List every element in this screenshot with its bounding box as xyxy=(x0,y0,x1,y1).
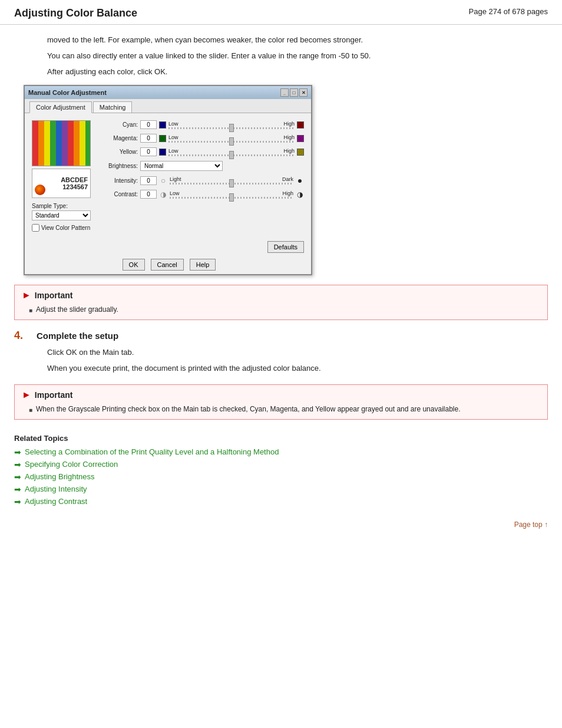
contrast-value-input[interactable] xyxy=(140,190,157,199)
step-4-para2: When you execute print, the document is … xyxy=(47,363,548,375)
view-pattern-label: View Color Pattern xyxy=(41,225,90,231)
link-arrow-1: ➡ xyxy=(14,460,21,469)
dialog-title: Manual Color Adjustment xyxy=(28,89,107,96)
related-link-4[interactable]: ➡ Adjusting Contrast xyxy=(14,497,548,506)
cyan-low-label: Low xyxy=(168,121,178,127)
defaults-row: Defaults xyxy=(25,239,311,255)
dialog-left-panel: ABCDEF 1234567 Sample Type: Standard xyxy=(32,120,97,232)
intensity-track xyxy=(170,183,293,185)
content-area: moved to the left. For example, when cya… xyxy=(0,25,562,543)
intensity-value-input[interactable] xyxy=(140,176,157,185)
related-link-text-1[interactable]: Specifying Color Correction xyxy=(25,460,118,469)
titlebar-buttons: _ □ ✕ xyxy=(280,88,308,97)
link-arrow-4: ➡ xyxy=(14,497,21,506)
step-4-row: 4. Complete the setup xyxy=(14,330,548,342)
important-header-1: ► Important xyxy=(22,290,540,301)
contrast-slider-track-wrap: Low High xyxy=(170,190,293,199)
contrast-low-icon: ◑ xyxy=(159,190,167,199)
page-top-link[interactable]: Page top ↑ xyxy=(14,521,548,529)
yellow-high-color xyxy=(297,149,304,156)
contrast-label: Contrast: xyxy=(104,191,138,197)
related-link-3[interactable]: ➡ Adjusting Intensity xyxy=(14,485,548,494)
dialog-screenshot: Manual Color Adjustment _ □ ✕ Color Adju… xyxy=(24,85,548,275)
important-title-1: Important xyxy=(35,291,73,300)
view-pattern-checkbox[interactable] xyxy=(32,224,39,232)
intensity-thumb[interactable] xyxy=(229,179,234,187)
yellow-high-label: High xyxy=(283,148,295,154)
important-header-2: ► Important xyxy=(22,390,540,400)
dialog-window: Manual Color Adjustment _ □ ✕ Color Adju… xyxy=(24,85,312,275)
cyan-thumb[interactable] xyxy=(229,124,234,132)
yellow-low-color xyxy=(159,149,166,156)
yellow-label: Yellow: xyxy=(104,149,138,155)
view-color-pattern[interactable]: View Color Pattern xyxy=(32,224,97,232)
important-arrow-2: ► xyxy=(22,390,31,400)
page-header: Adjusting Color Balance Page 274 of 678 … xyxy=(0,0,562,25)
important-box-2: ► Important ■ When the Grayscale Printin… xyxy=(14,384,548,420)
brightness-label: Brightness: xyxy=(104,163,138,169)
contrast-thumb[interactable] xyxy=(229,193,234,202)
related-link-2[interactable]: ➡ Adjusting Brightness xyxy=(14,472,548,482)
intensity-row: Intensity: ○ Light Dark xyxy=(104,176,304,185)
help-button[interactable]: Help xyxy=(190,259,216,271)
step-4-para1: Click OK on the Main tab. xyxy=(47,347,548,359)
contrast-high-label: High xyxy=(282,190,293,196)
intensity-dark-label: Dark xyxy=(282,176,293,182)
magenta-label: Magenta: xyxy=(104,135,138,141)
cyan-value-input[interactable] xyxy=(140,120,157,129)
intensity-light-label: Light xyxy=(170,176,181,182)
magenta-low-color xyxy=(159,135,166,142)
cyan-slider-container: Low High xyxy=(159,121,304,129)
magenta-slider-container: Low High xyxy=(159,134,304,143)
tab-matching[interactable]: Matching xyxy=(93,101,133,113)
related-link-text-4[interactable]: Adjusting Contrast xyxy=(25,497,87,506)
brightness-select[interactable]: Normal xyxy=(140,161,223,171)
minimize-button[interactable]: _ xyxy=(280,88,289,97)
svg-rect-7 xyxy=(74,121,80,166)
brightness-row: Brightness: Normal xyxy=(104,161,304,171)
contrast-low-label: Low xyxy=(170,190,180,196)
yellow-thumb[interactable] xyxy=(229,151,234,159)
svg-rect-5 xyxy=(62,121,68,166)
magenta-value-input[interactable] xyxy=(140,134,157,143)
related-topics-title: Related Topics xyxy=(14,434,548,443)
intensity-high-icon: ● xyxy=(296,176,304,185)
important-item-2: ■ When the Grayscale Printing check box … xyxy=(29,404,540,414)
body-para3: After adjusting each color, click OK. xyxy=(47,66,548,78)
dialog-titlebar: Manual Color Adjustment _ □ ✕ xyxy=(25,86,311,99)
link-arrow-3: ➡ xyxy=(14,485,21,494)
maximize-button[interactable]: □ xyxy=(290,88,298,97)
svg-rect-3 xyxy=(50,121,56,166)
svg-rect-1 xyxy=(38,121,44,166)
magenta-track xyxy=(168,141,295,143)
related-link-1[interactable]: ➡ Specifying Color Correction xyxy=(14,460,548,469)
intensity-slider-track-wrap: Light Dark xyxy=(170,176,293,185)
ok-button[interactable]: OK xyxy=(123,259,145,271)
svg-rect-4 xyxy=(56,121,62,166)
related-link-text-0[interactable]: Selecting a Combination of the Print Qua… xyxy=(25,447,279,456)
cyan-slider-track-wrap: Low High xyxy=(168,121,295,129)
cyan-high-color xyxy=(297,121,304,129)
close-button[interactable]: ✕ xyxy=(299,88,308,97)
related-link-0[interactable]: ➡ Selecting a Combination of the Print Q… xyxy=(14,447,548,457)
important-item-1: ■ Adjust the slider gradually. xyxy=(29,304,540,315)
dialog-action-buttons: OK Cancel Help xyxy=(25,255,311,274)
cancel-button[interactable]: Cancel xyxy=(151,259,184,271)
yellow-track xyxy=(168,154,295,156)
tab-color-adjustment[interactable]: Color Adjustment xyxy=(29,101,92,113)
color-pencils-image xyxy=(32,121,91,166)
cyan-track xyxy=(168,127,295,129)
page-number: Page 274 of 678 pages xyxy=(469,7,548,16)
defaults-button[interactable]: Defaults xyxy=(267,241,304,253)
yellow-low-label: Low xyxy=(168,148,178,154)
yellow-value-input[interactable] xyxy=(140,147,157,156)
magenta-thumb[interactable] xyxy=(229,137,234,146)
sample-type-select[interactable]: Standard xyxy=(32,210,91,220)
related-link-text-3[interactable]: Adjusting Intensity xyxy=(25,485,87,493)
sample-preview: ABCDEF 1234567 xyxy=(32,169,91,198)
related-link-text-2[interactable]: Adjusting Brightness xyxy=(25,472,95,481)
important-box-1: ► Important ■ Adjust the slider graduall… xyxy=(14,285,548,320)
intensity-label: Intensity: xyxy=(104,177,138,184)
intensity-slider-container: ○ Light Dark ● xyxy=(159,176,304,185)
cyan-high-label: High xyxy=(283,121,295,127)
